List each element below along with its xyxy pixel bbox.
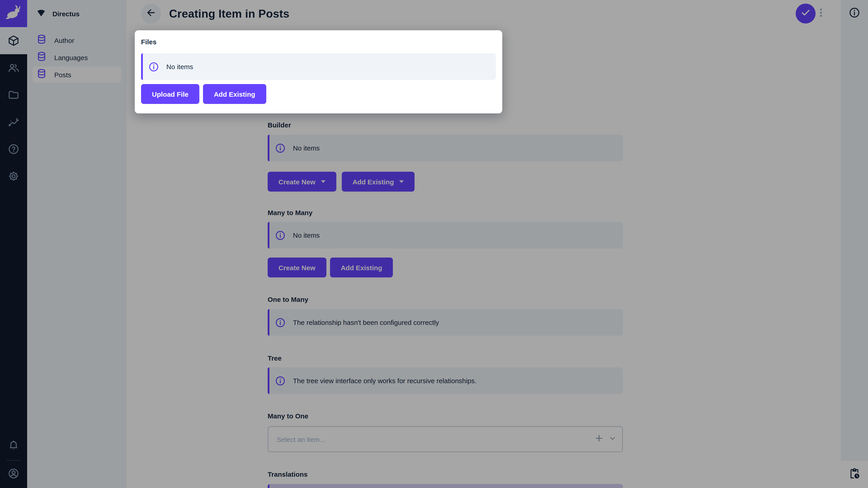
- app-window: Directus Author: [0, 0, 868, 488]
- notice-accent-bar: [141, 53, 143, 80]
- add-existing-button[interactable]: Add Existing: [203, 84, 266, 104]
- info-icon: [148, 61, 159, 73]
- files-field-dialog: Files No items Upload File Add Existing: [135, 30, 502, 113]
- files-actions: Upload File Add Existing: [141, 84, 266, 104]
- field-label-files: Files: [141, 38, 496, 46]
- upload-file-button[interactable]: Upload File: [141, 84, 199, 104]
- notice-text: No items: [166, 63, 193, 70]
- notice-files: No items: [141, 53, 496, 80]
